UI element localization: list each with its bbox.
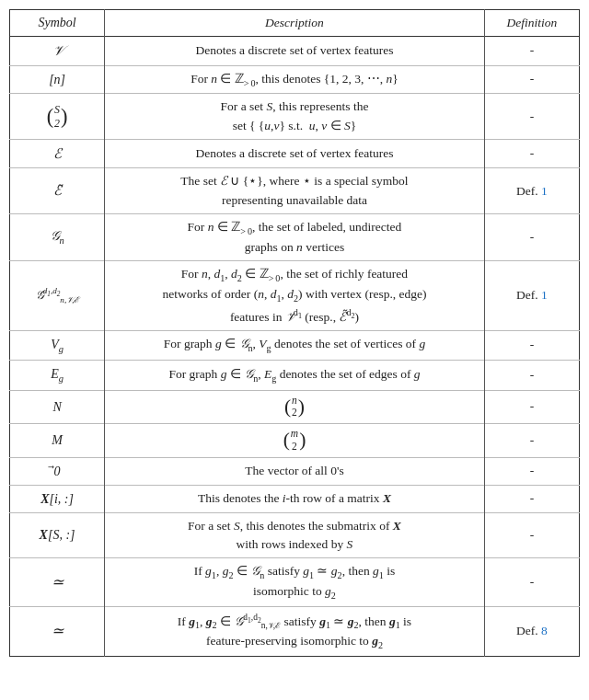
description-cell: For a set S, this denotes the submatrix …	[105, 512, 485, 558]
description-cell: This denotes the i-th row of a matrix X	[105, 485, 485, 512]
definition-cell: -	[484, 330, 579, 361]
description-cell: The set ℰ ∪ {⋆}, where ⋆ is a special sy…	[105, 168, 485, 214]
table-row: (S2)For a set S, this represents theset …	[10, 94, 580, 140]
table-row: ≃If g1, g2 ∈ 𝒢d1,d2n,𝒱,ℰ satisfy g1 ≃ g2…	[10, 606, 580, 656]
description-cell: Denotes a discrete set of vertex feature…	[105, 139, 485, 168]
description-cell: (m2)	[105, 424, 485, 458]
table-row: N(n2)-	[10, 390, 580, 424]
table-row: [n]For n ∈ ℤ> 0, this denotes {1, 2, 3, …	[10, 65, 580, 94]
definition-cell[interactable]: Def. 8	[484, 606, 579, 656]
symbol-cell: ℰ	[10, 139, 105, 168]
definition-cell: -	[484, 94, 579, 140]
definition-cell: -	[484, 361, 579, 391]
description-cell: If g1, g2 ∈ 𝒢n satisfy g1 ≃ g2, then g1 …	[105, 558, 485, 607]
notation-table: Symbol Description Definition 𝒱Denotes a…	[9, 9, 580, 657]
definition-cell: -	[484, 213, 579, 260]
definition-cell: -	[484, 558, 579, 607]
definition-cell[interactable]: Def. 1	[484, 261, 579, 331]
description-cell: For graph g ∈ 𝒢n, Vg denotes the set of …	[105, 330, 485, 361]
definition-cell: -	[484, 457, 579, 485]
table-row: 𝒢d1,d2n,𝒱,ℰFor n, d1, d2 ∈ ℤ> 0, the set…	[10, 261, 580, 331]
definition-cell: -	[484, 139, 579, 168]
symbol-cell: X[i, :]	[10, 485, 105, 512]
symbol-cell: Vg	[10, 330, 105, 361]
definition-cell: -	[484, 512, 579, 558]
table-row: X[S, :]For a set S, this denotes the sub…	[10, 512, 580, 558]
description-cell: (n2)	[105, 390, 485, 424]
symbol-cell: X[S, :]	[10, 512, 105, 558]
table-row: ℰ̃The set ℰ ∪ {⋆}, where ⋆ is a special …	[10, 168, 580, 214]
table-row: 𝒱Denotes a discrete set of vertex featur…	[10, 37, 580, 66]
symbol-cell: 𝒢n	[10, 213, 105, 260]
definition-cell: -	[484, 424, 579, 458]
header-definition: Definition	[484, 10, 579, 37]
symbol-cell: M	[10, 424, 105, 458]
symbol-cell: ≃	[10, 606, 105, 656]
header-description: Description	[105, 10, 485, 37]
table-row: ≃If g1, g2 ∈ 𝒢n satisfy g1 ≃ g2, then g1…	[10, 558, 580, 607]
symbol-cell: Eg	[10, 361, 105, 391]
description-cell: If g1, g2 ∈ 𝒢d1,d2n,𝒱,ℰ satisfy g1 ≃ g2,…	[105, 606, 485, 656]
description-cell: For a set S, this represents theset { {u…	[105, 94, 485, 140]
table-row: X[i, :]This denotes the i-th row of a ma…	[10, 485, 580, 512]
symbol-cell: ⃗0	[10, 457, 105, 485]
header-symbol: Symbol	[10, 10, 105, 37]
definition-cell[interactable]: Def. 1	[484, 168, 579, 214]
symbol-cell: ≃	[10, 558, 105, 607]
definition-cell: -	[484, 485, 579, 512]
description-cell: The vector of all 0's	[105, 457, 485, 485]
table-row: ℰDenotes a discrete set of vertex featur…	[10, 139, 580, 168]
symbol-cell: 𝒱	[10, 37, 105, 66]
symbol-cell: [n]	[10, 65, 105, 94]
description-cell: For n, d1, d2 ∈ ℤ> 0, the set of richly …	[105, 261, 485, 331]
table-row: M(m2)-	[10, 424, 580, 458]
symbol-cell: (S2)	[10, 94, 105, 140]
description-cell: Denotes a discrete set of vertex feature…	[105, 37, 485, 66]
table-row: EgFor graph g ∈ 𝒢n, Eg denotes the set o…	[10, 361, 580, 391]
table-row: ⃗0The vector of all 0's-	[10, 457, 580, 485]
table-row: VgFor graph g ∈ 𝒢n, Vg denotes the set o…	[10, 330, 580, 361]
table-row: 𝒢nFor n ∈ ℤ> 0, the set of labeled, undi…	[10, 213, 580, 260]
symbol-cell: ℰ̃	[10, 168, 105, 214]
description-cell: For n ∈ ℤ> 0, this denotes {1, 2, 3, ⋯, …	[105, 65, 485, 94]
definition-cell: -	[484, 37, 579, 66]
description-cell: For graph g ∈ 𝒢n, Eg denotes the set of …	[105, 361, 485, 391]
symbol-cell: N	[10, 390, 105, 424]
definition-cell: -	[484, 390, 579, 424]
definition-cell: -	[484, 65, 579, 94]
symbol-cell: 𝒢d1,d2n,𝒱,ℰ	[10, 261, 105, 331]
description-cell: For n ∈ ℤ> 0, the set of labeled, undire…	[105, 213, 485, 260]
